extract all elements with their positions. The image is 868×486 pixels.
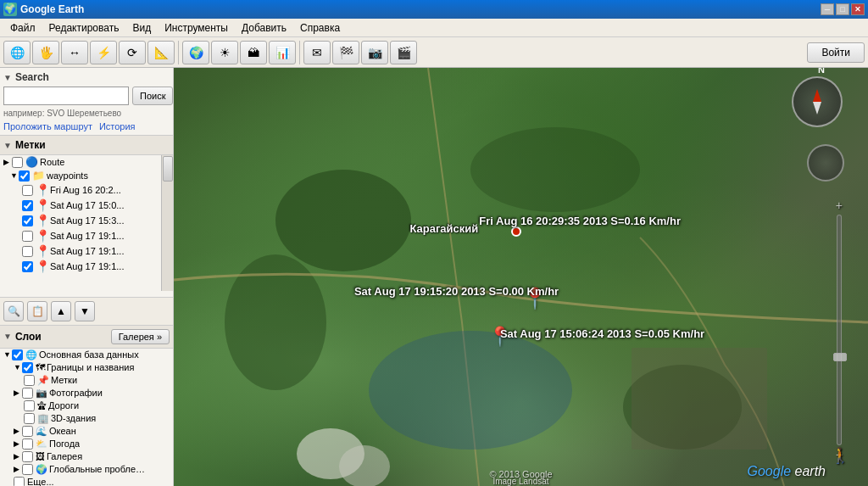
sloi-item-roads[interactable]: 🛣 Дороги (0, 399, 173, 412)
tree-item-sat3[interactable]: 📍 Sat Aug 17 19:1... (0, 228, 161, 243)
search-icon-btn[interactable]: 🔍 (3, 301, 24, 321)
sat5-checkbox[interactable] (22, 261, 33, 272)
more-checkbox[interactable] (14, 477, 25, 487)
sloi-item-more[interactable]: Еще... (0, 476, 173, 487)
tree-item-fri[interactable]: 📍 Fri Aug 16 20:2... (0, 182, 161, 198)
sloi-item-borders[interactable]: ▼ 🗺 Границы и названия (0, 361, 173, 374)
menu-help[interactable]: Справка (293, 20, 347, 36)
toolbar-btn-hand[interactable]: 🖐 (32, 41, 59, 64)
map-pin-yellow[interactable]: 📍 (488, 326, 511, 348)
compass-ring[interactable] (792, 76, 843, 127)
minimize-button[interactable]: ─ (821, 3, 834, 15)
weather-checkbox[interactable] (22, 439, 33, 450)
zoom-thumb[interactable] (833, 353, 847, 361)
toolbar-btn-nav[interactable]: ↔ (61, 41, 88, 64)
toolbar-btn-email[interactable]: ✉ (303, 41, 331, 64)
borders-checkbox[interactable] (22, 362, 33, 373)
sat2-checkbox[interactable] (22, 215, 33, 226)
zoom-control[interactable]: + − (836, 199, 843, 461)
sloi-item-3d[interactable]: 🏢 3D-здания (0, 412, 173, 425)
sloi-item-global[interactable]: ▶ 🌍 Глобальные проблемы ... (0, 463, 173, 476)
login-button[interactable]: Войти (807, 42, 865, 63)
toolbar-btn-flag[interactable]: 🏁 (332, 41, 359, 64)
sloi-title: Слои (15, 331, 42, 343)
map-pin-red-center[interactable]: 📍 (522, 287, 548, 310)
tree-item-sat2[interactable]: 📍 Sat Aug 17 15:3... (0, 213, 161, 228)
weather-label: Погода (49, 439, 80, 449)
metki-layer-icon: 📌 (37, 375, 49, 386)
metki-collapse-icon: ▼ (3, 141, 12, 150)
metki-scrollbar-thumb[interactable] (163, 156, 173, 182)
toolbar-btn-video[interactable]: 🎬 (390, 41, 417, 64)
sat5-label: Sat Aug 17 19:1... (50, 261, 124, 271)
tree-item-route[interactable]: ▶ 🔵 Route (0, 155, 161, 169)
sat3-checkbox[interactable] (22, 231, 33, 242)
fri-checkbox[interactable] (22, 185, 33, 196)
sloi-item-gallery[interactable]: ▶ 🖼 Галерея (0, 450, 173, 463)
sat1-checkbox[interactable] (22, 200, 33, 211)
galereya-button[interactable]: Галерея » (111, 329, 170, 344)
metki-layer-label: Метки (51, 375, 77, 385)
pegman-icon[interactable]: 🚶 (831, 446, 849, 465)
ocean-checkbox[interactable] (22, 426, 33, 437)
toolbar-btn-sky[interactable]: ☀ (211, 41, 238, 64)
search-input[interactable] (3, 87, 129, 105)
main-db-checkbox[interactable] (12, 349, 23, 360)
toolbar-btn-mars[interactable]: 🏔 (240, 41, 267, 64)
toolbar-btn-sun[interactable]: ⚡ (90, 41, 117, 64)
zoom-in-icon[interactable]: + (836, 199, 843, 211)
tilt-ring[interactable] (807, 144, 844, 182)
toolbar-btn-ruler[interactable]: 📐 (147, 41, 175, 64)
toolbar-btn-chart[interactable]: 📊 (269, 41, 296, 64)
route-link[interactable]: Проложить маршрут (3, 121, 92, 131)
route-checkbox[interactable] (12, 157, 23, 168)
maximize-button[interactable]: □ (836, 3, 849, 15)
list-icon-btn[interactable]: 📋 (27, 301, 47, 321)
menu-view[interactable]: Вид (125, 20, 158, 36)
3d-label: 3D-здания (51, 413, 96, 423)
gallery-checkbox[interactable] (22, 451, 33, 462)
tree-item-sat5[interactable]: 📍 Sat Aug 17 19:1... (0, 259, 161, 274)
compass[interactable]: N (792, 76, 851, 136)
toolbar-btn-globe[interactable]: 🌐 (3, 41, 31, 64)
pin-yellow-icon-1: 📍 (36, 198, 50, 212)
metki-tree-area: ▶ 🔵 Route ▼ 📁 waypoints (0, 155, 173, 291)
sloi-item-photos[interactable]: ▶ 📷 Фотографии (0, 387, 173, 399)
global-checkbox[interactable] (22, 464, 33, 475)
sloi-item-weather[interactable]: ▶ ⛅ Погода (0, 438, 173, 450)
tree-item-sat1[interactable]: 📍 Sat Aug 17 15:0... (0, 198, 161, 213)
search-button[interactable]: Поиск (132, 87, 173, 105)
sloi-item-main[interactable]: ▼ 🌐 Основная база данных (0, 349, 173, 361)
tree-item-sat4[interactable]: 📍 Sat Aug 17 19:1... (0, 243, 161, 259)
sloi-item-ocean[interactable]: ▶ 🌊 Океан (0, 425, 173, 438)
sloi-item-metki[interactable]: 📌 Метки (0, 374, 173, 387)
history-link[interactable]: История (99, 121, 136, 131)
zoom-track[interactable] (837, 215, 842, 445)
sloi-header[interactable]: ▼ Слои Галерея » (0, 326, 173, 349)
photos-checkbox[interactable] (22, 388, 33, 399)
map-area[interactable]: Карагайский Fri Aug 16 20:29:35 2013 S=0… (174, 68, 868, 486)
tree-item-waypoints[interactable]: ▼ 📁 waypoints (0, 169, 161, 182)
ocean-icon: 🌊 (36, 426, 47, 437)
menu-edit[interactable]: Редактировать (42, 20, 126, 36)
down-icon-btn[interactable]: ▼ (75, 301, 95, 321)
main-area: ▼ Search Поиск например: SVO Шереметьево… (0, 68, 868, 486)
roads-checkbox[interactable] (24, 400, 35, 411)
more-label: Еще... (27, 477, 54, 486)
metki-header[interactable]: ▼ Метки (0, 136, 173, 155)
tilt-control[interactable] (807, 144, 849, 187)
metki-scrollbar[interactable] (161, 155, 173, 291)
waypoints-checkbox[interactable] (19, 170, 30, 182)
metki-layer-checkbox[interactable] (24, 375, 35, 386)
close-button[interactable]: ✕ (851, 3, 865, 15)
3d-checkbox[interactable] (24, 413, 35, 424)
menu-file[interactable]: Файл (3, 20, 42, 36)
toolbar-btn-earth[interactable]: 🌍 (182, 41, 209, 64)
menu-add[interactable]: Добавить (235, 20, 293, 36)
menu-tools[interactable]: Инструменты (158, 20, 235, 36)
sat4-checkbox[interactable] (22, 246, 33, 257)
toolbar-btn-rotate[interactable]: ⟳ (119, 41, 146, 64)
up-icon-btn[interactable]: ▲ (51, 301, 71, 321)
search-section: ▼ Search Поиск например: SVO Шереметьево… (0, 68, 173, 136)
toolbar-btn-camera[interactable]: 📷 (361, 41, 388, 64)
